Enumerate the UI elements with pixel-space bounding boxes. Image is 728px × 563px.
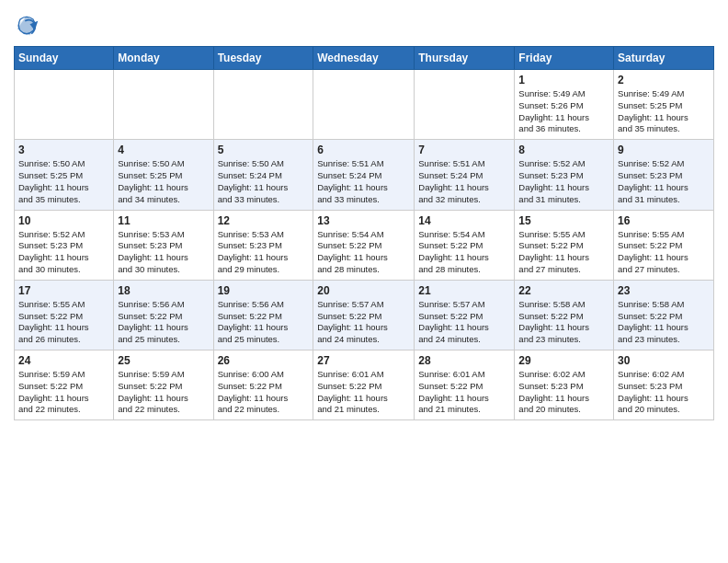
calendar-cell: 27Sunrise: 6:01 AM Sunset: 5:22 PM Dayli… [313, 350, 415, 420]
day-number: 4 [118, 144, 209, 156]
calendar-cell: 16Sunrise: 5:55 AM Sunset: 5:22 PM Dayli… [614, 210, 714, 280]
day-number: 27 [317, 354, 410, 367]
day-number: 13 [317, 214, 410, 227]
day-number: 23 [618, 284, 710, 297]
weekday-header-saturday: Saturday [614, 47, 714, 70]
day-number: 26 [218, 354, 310, 367]
day-info: Sunrise: 5:54 AM Sunset: 5:22 PM Dayligh… [317, 229, 410, 276]
calendar-cell: 5Sunrise: 5:50 AM Sunset: 5:24 PM Daylig… [213, 140, 313, 210]
calendar-cell [415, 70, 515, 140]
day-number: 3 [18, 144, 109, 156]
calendar-cell [114, 70, 213, 140]
day-number: 17 [18, 284, 109, 297]
page: SundayMondayTuesdayWednesdayThursdayFrid… [0, 0, 728, 563]
day-info: Sunrise: 5:57 AM Sunset: 5:22 PM Dayligh… [317, 299, 410, 346]
calendar-cell: 25Sunrise: 5:59 AM Sunset: 5:22 PM Dayli… [114, 350, 213, 420]
day-info: Sunrise: 5:54 AM Sunset: 5:22 PM Dayligh… [418, 229, 510, 276]
calendar-body: 1Sunrise: 5:49 AM Sunset: 5:26 PM Daylig… [15, 70, 714, 420]
day-number: 8 [518, 144, 609, 156]
day-info: Sunrise: 5:55 AM Sunset: 5:22 PM Dayligh… [18, 299, 109, 346]
day-number: 16 [618, 214, 710, 227]
calendar-week-1: 3Sunrise: 5:50 AM Sunset: 5:25 PM Daylig… [15, 140, 714, 210]
calendar-cell: 24Sunrise: 5:59 AM Sunset: 5:22 PM Dayli… [15, 350, 114, 420]
day-number: 28 [418, 354, 510, 367]
day-number: 1 [518, 74, 609, 86]
calendar-week-2: 10Sunrise: 5:52 AM Sunset: 5:23 PM Dayli… [15, 210, 714, 280]
day-info: Sunrise: 5:52 AM Sunset: 5:23 PM Dayligh… [18, 229, 109, 276]
day-info: Sunrise: 5:55 AM Sunset: 5:22 PM Dayligh… [618, 229, 710, 276]
day-info: Sunrise: 6:01 AM Sunset: 5:22 PM Dayligh… [418, 369, 510, 416]
calendar-cell: 7Sunrise: 5:51 AM Sunset: 5:24 PM Daylig… [415, 140, 515, 210]
day-info: Sunrise: 5:59 AM Sunset: 5:22 PM Dayligh… [118, 369, 209, 416]
day-info: Sunrise: 6:01 AM Sunset: 5:22 PM Dayligh… [317, 369, 410, 416]
weekday-header-sunday: Sunday [15, 47, 114, 70]
day-number: 30 [618, 354, 710, 367]
calendar-cell: 6Sunrise: 5:51 AM Sunset: 5:24 PM Daylig… [313, 140, 415, 210]
day-number: 25 [118, 354, 209, 367]
calendar-cell: 21Sunrise: 5:57 AM Sunset: 5:22 PM Dayli… [415, 280, 515, 350]
calendar-cell: 19Sunrise: 5:56 AM Sunset: 5:22 PM Dayli… [213, 280, 313, 350]
logo [14, 13, 41, 39]
day-info: Sunrise: 5:53 AM Sunset: 5:23 PM Dayligh… [118, 229, 209, 276]
calendar: SundayMondayTuesdayWednesdayThursdayFrid… [14, 46, 714, 420]
calendar-cell [313, 70, 415, 140]
day-info: Sunrise: 5:55 AM Sunset: 5:22 PM Dayligh… [518, 229, 609, 276]
calendar-cell: 2Sunrise: 5:49 AM Sunset: 5:25 PM Daylig… [614, 70, 714, 140]
day-info: Sunrise: 5:58 AM Sunset: 5:22 PM Dayligh… [618, 299, 710, 346]
logo-icon [14, 13, 40, 39]
day-number: 12 [218, 214, 310, 227]
day-number: 11 [118, 214, 209, 227]
calendar-cell: 22Sunrise: 5:58 AM Sunset: 5:22 PM Dayli… [515, 280, 614, 350]
day-number: 7 [418, 144, 510, 156]
calendar-cell: 30Sunrise: 6:02 AM Sunset: 5:23 PM Dayli… [614, 350, 714, 420]
calendar-cell: 1Sunrise: 5:49 AM Sunset: 5:26 PM Daylig… [515, 70, 614, 140]
calendar-cell: 3Sunrise: 5:50 AM Sunset: 5:25 PM Daylig… [15, 140, 114, 210]
calendar-cell: 29Sunrise: 6:02 AM Sunset: 5:23 PM Dayli… [515, 350, 614, 420]
calendar-cell: 14Sunrise: 5:54 AM Sunset: 5:22 PM Dayli… [415, 210, 515, 280]
calendar-cell [213, 70, 313, 140]
weekday-header-monday: Monday [114, 47, 213, 70]
day-info: Sunrise: 6:02 AM Sunset: 5:23 PM Dayligh… [618, 369, 710, 416]
calendar-week-0: 1Sunrise: 5:49 AM Sunset: 5:26 PM Daylig… [15, 70, 714, 140]
day-info: Sunrise: 5:56 AM Sunset: 5:22 PM Dayligh… [118, 299, 209, 346]
weekday-header-wednesday: Wednesday [313, 47, 415, 70]
calendar-cell: 4Sunrise: 5:50 AM Sunset: 5:25 PM Daylig… [114, 140, 213, 210]
day-info: Sunrise: 5:49 AM Sunset: 5:25 PM Dayligh… [618, 88, 710, 135]
day-number: 22 [518, 284, 609, 297]
day-info: Sunrise: 5:49 AM Sunset: 5:26 PM Dayligh… [518, 88, 609, 135]
calendar-cell: 28Sunrise: 6:01 AM Sunset: 5:22 PM Dayli… [415, 350, 515, 420]
day-info: Sunrise: 5:51 AM Sunset: 5:24 PM Dayligh… [317, 158, 410, 205]
day-number: 15 [518, 214, 609, 227]
calendar-cell: 20Sunrise: 5:57 AM Sunset: 5:22 PM Dayli… [313, 280, 415, 350]
header [14, 9, 714, 39]
day-info: Sunrise: 5:51 AM Sunset: 5:24 PM Dayligh… [418, 158, 510, 205]
day-info: Sunrise: 5:50 AM Sunset: 5:25 PM Dayligh… [18, 158, 109, 205]
calendar-cell: 15Sunrise: 5:55 AM Sunset: 5:22 PM Dayli… [515, 210, 614, 280]
calendar-cell: 26Sunrise: 6:00 AM Sunset: 5:22 PM Dayli… [213, 350, 313, 420]
day-info: Sunrise: 5:50 AM Sunset: 5:24 PM Dayligh… [218, 158, 310, 205]
day-number: 5 [218, 144, 310, 156]
day-number: 6 [317, 144, 410, 156]
day-number: 9 [618, 144, 710, 156]
day-info: Sunrise: 5:53 AM Sunset: 5:23 PM Dayligh… [218, 229, 310, 276]
day-number: 14 [418, 214, 510, 227]
weekday-header-tuesday: Tuesday [213, 47, 313, 70]
day-info: Sunrise: 5:59 AM Sunset: 5:22 PM Dayligh… [18, 369, 109, 416]
day-number: 24 [18, 354, 109, 367]
calendar-cell: 18Sunrise: 5:56 AM Sunset: 5:22 PM Dayli… [114, 280, 213, 350]
weekday-header-thursday: Thursday [415, 47, 515, 70]
day-info: Sunrise: 5:58 AM Sunset: 5:22 PM Dayligh… [518, 299, 609, 346]
day-info: Sunrise: 5:57 AM Sunset: 5:22 PM Dayligh… [418, 299, 510, 346]
calendar-cell: 17Sunrise: 5:55 AM Sunset: 5:22 PM Dayli… [15, 280, 114, 350]
day-info: Sunrise: 5:56 AM Sunset: 5:22 PM Dayligh… [218, 299, 310, 346]
calendar-cell: 9Sunrise: 5:52 AM Sunset: 5:23 PM Daylig… [614, 140, 714, 210]
calendar-cell: 11Sunrise: 5:53 AM Sunset: 5:23 PM Dayli… [114, 210, 213, 280]
day-number: 18 [118, 284, 209, 297]
day-info: Sunrise: 5:50 AM Sunset: 5:25 PM Dayligh… [118, 158, 209, 205]
calendar-week-4: 24Sunrise: 5:59 AM Sunset: 5:22 PM Dayli… [15, 350, 714, 420]
day-number: 20 [317, 284, 410, 297]
day-number: 21 [418, 284, 510, 297]
day-info: Sunrise: 5:52 AM Sunset: 5:23 PM Dayligh… [518, 158, 609, 205]
day-number: 19 [218, 284, 310, 297]
calendar-cell: 8Sunrise: 5:52 AM Sunset: 5:23 PM Daylig… [515, 140, 614, 210]
